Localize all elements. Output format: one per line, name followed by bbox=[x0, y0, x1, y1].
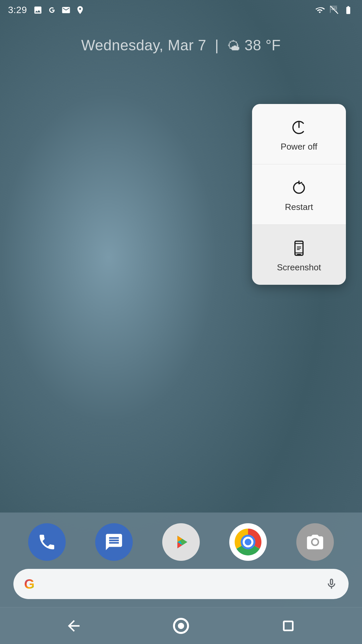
date-text: Wednesday, Mar 7 bbox=[81, 37, 206, 53]
gmail-icon bbox=[61, 5, 71, 15]
back-button[interactable] bbox=[62, 614, 86, 638]
status-left-icons bbox=[33, 5, 85, 15]
screenshot-icon bbox=[290, 239, 308, 257]
back-icon bbox=[65, 617, 82, 635]
restart-button[interactable]: Restart bbox=[252, 164, 346, 224]
chrome-icon bbox=[229, 523, 267, 561]
status-bar: 3:29 bbox=[0, 0, 362, 20]
navigation-bar bbox=[0, 607, 362, 644]
chrome-app-button[interactable] bbox=[228, 522, 268, 562]
screenshot-label: Screenshot bbox=[277, 262, 321, 273]
camera-icon-circle bbox=[296, 523, 334, 561]
camera-app-button[interactable] bbox=[295, 522, 335, 562]
restart-icon bbox=[290, 179, 308, 197]
maps-icon bbox=[75, 5, 85, 15]
microphone-icon[interactable] bbox=[325, 578, 338, 590]
svg-rect-6 bbox=[297, 254, 301, 255]
weather-separator: | bbox=[210, 37, 227, 53]
camera-icon bbox=[305, 532, 325, 552]
dock-icons-row bbox=[0, 513, 362, 569]
date-weather: Wednesday, Mar 7 | 🌤 38 °F bbox=[0, 37, 362, 54]
weather-icon: 🌤 bbox=[227, 39, 240, 53]
svg-point-13 bbox=[245, 539, 251, 545]
phone-icon-circle bbox=[28, 523, 66, 561]
play-store-icon bbox=[170, 531, 192, 553]
status-right-icons bbox=[314, 5, 354, 15]
power-off-label: Power off bbox=[281, 142, 317, 152]
power-off-button[interactable]: Power off bbox=[252, 104, 346, 164]
svg-point-15 bbox=[178, 623, 184, 629]
wifi-icon bbox=[314, 5, 325, 15]
recents-button[interactable] bbox=[276, 614, 300, 638]
google-icon bbox=[47, 5, 57, 15]
messages-icon bbox=[104, 532, 124, 552]
phone-app-button[interactable] bbox=[27, 522, 67, 562]
messages-icon-circle bbox=[95, 523, 133, 561]
temperature-text: 38 °F bbox=[245, 37, 281, 53]
svg-rect-16 bbox=[284, 621, 293, 630]
google-g-letter: G bbox=[24, 577, 35, 592]
google-search-bar[interactable]: G bbox=[13, 569, 349, 599]
power-menu: Power off Restart Screenshot bbox=[252, 104, 346, 285]
phone-icon bbox=[37, 532, 57, 552]
messages-app-button[interactable] bbox=[94, 522, 134, 562]
screenshot-button[interactable]: Screenshot bbox=[252, 225, 346, 285]
date-weather-text: Wednesday, Mar 7 | 🌤 38 °F bbox=[0, 37, 362, 54]
play-store-icon-circle bbox=[162, 523, 200, 561]
home-icon bbox=[172, 616, 190, 635]
photos-icon bbox=[33, 5, 43, 15]
status-time: 3:29 bbox=[8, 5, 27, 15]
play-store-app-button[interactable] bbox=[161, 522, 201, 562]
dock-area: G bbox=[0, 513, 362, 644]
battery-icon bbox=[343, 5, 354, 15]
home-button[interactable] bbox=[169, 614, 193, 638]
restart-label: Restart bbox=[285, 202, 313, 212]
power-icon bbox=[290, 119, 308, 136]
recents-icon bbox=[281, 618, 296, 634]
signal-icon bbox=[329, 5, 339, 15]
